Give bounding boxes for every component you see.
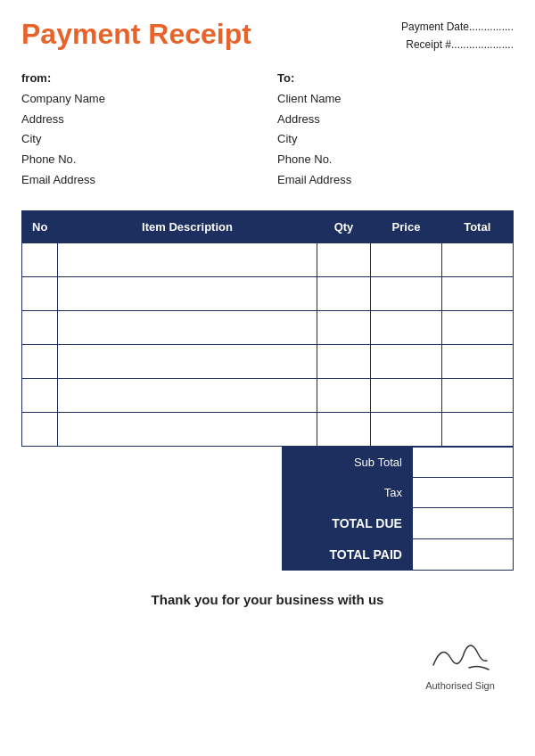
- cell-total: [442, 378, 514, 412]
- cell-qty: [317, 378, 371, 412]
- header-meta: Payment Date............... Receipt #...…: [401, 18, 514, 54]
- total-paid-label: TOTAL PAID: [283, 538, 413, 570]
- table-row: [22, 276, 514, 310]
- cell-total: [442, 242, 514, 276]
- header-row: Payment Receipt Payment Date............…: [21, 18, 514, 56]
- signature-block: Authorised Sign: [424, 634, 496, 691]
- tax-row: Tax: [283, 477, 514, 507]
- cell-desc: [58, 276, 317, 310]
- to-block: To: Client Name Address City Phone No. E…: [277, 69, 514, 191]
- cell-no: [22, 344, 58, 378]
- cell-price: [371, 344, 442, 378]
- total-due-label: TOTAL DUE: [283, 507, 413, 538]
- cell-price: [371, 378, 442, 412]
- table-row: [22, 310, 514, 344]
- cell-total: [442, 344, 514, 378]
- col-price: Price: [371, 210, 442, 242]
- subtotal-label: Sub Total: [283, 447, 413, 477]
- cell-price: [371, 310, 442, 344]
- cell-desc: [58, 310, 317, 344]
- table-row: [22, 412, 514, 446]
- total-due-row: TOTAL DUE: [283, 507, 514, 538]
- total-paid-row: TOTAL PAID: [283, 538, 514, 570]
- from-address: Address: [21, 110, 258, 130]
- cell-desc: [58, 242, 317, 276]
- from-company: Company Name: [21, 89, 258, 110]
- to-city: City: [277, 129, 514, 150]
- summary-table: Sub Total Tax TOTAL DUE TOTAL PAID: [282, 447, 514, 571]
- cell-no: [22, 276, 58, 310]
- from-label: from:: [21, 69, 258, 89]
- tax-value: [413, 477, 514, 507]
- col-qty: Qty: [317, 210, 371, 242]
- cell-no: [22, 378, 58, 412]
- col-description: Item Description: [58, 210, 317, 242]
- cell-price: [371, 412, 442, 446]
- payment-date-label: Payment Date...............: [401, 18, 514, 36]
- col-total: Total: [442, 210, 514, 242]
- cell-total: [442, 276, 514, 310]
- thank-you: Thank you for your business with us: [21, 592, 514, 607]
- cell-qty: [317, 276, 371, 310]
- cell-no: [22, 242, 58, 276]
- cell-no: [22, 412, 58, 446]
- cell-price: [371, 276, 442, 310]
- cell-qty: [317, 310, 371, 344]
- page-title: Payment Receipt: [21, 18, 251, 51]
- authorised-sign-label: Authorised Sign: [424, 680, 496, 691]
- to-company: Client Name: [277, 89, 514, 110]
- tax-label: Tax: [283, 477, 413, 507]
- signature-icon: [424, 634, 496, 678]
- receipt-label: Receipt #.....................: [401, 36, 514, 53]
- cell-desc: [58, 344, 317, 378]
- cell-qty: [317, 412, 371, 446]
- table-row: [22, 344, 514, 378]
- to-phone: Phone No.: [277, 150, 514, 170]
- cell-desc: [58, 412, 317, 446]
- table-row: [22, 242, 514, 276]
- total-paid-value: [413, 538, 514, 570]
- cell-no: [22, 310, 58, 344]
- cell-qty: [317, 344, 371, 378]
- cell-qty: [317, 242, 371, 276]
- cell-total: [442, 412, 514, 446]
- from-city: City: [21, 129, 258, 150]
- from-email: Email Address: [21, 170, 258, 191]
- items-table: No Item Description Qty Price Total: [21, 210, 514, 447]
- signature-section: Authorised Sign: [21, 634, 514, 691]
- subtotal-row: Sub Total: [283, 447, 514, 477]
- to-email: Email Address: [277, 170, 514, 191]
- subtotal-value: [413, 447, 514, 477]
- cell-price: [371, 242, 442, 276]
- cell-desc: [58, 378, 317, 412]
- from-block: from: Company Name Address City Phone No…: [21, 69, 258, 191]
- summary-section: Sub Total Tax TOTAL DUE TOTAL PAID: [21, 447, 514, 571]
- to-label: To:: [277, 69, 514, 89]
- col-no: No: [22, 210, 58, 242]
- from-phone: Phone No.: [21, 150, 258, 170]
- address-section: from: Company Name Address City Phone No…: [21, 69, 514, 191]
- table-row: [22, 378, 514, 412]
- to-address: Address: [277, 110, 514, 130]
- cell-total: [442, 310, 514, 344]
- total-due-value: [413, 507, 514, 538]
